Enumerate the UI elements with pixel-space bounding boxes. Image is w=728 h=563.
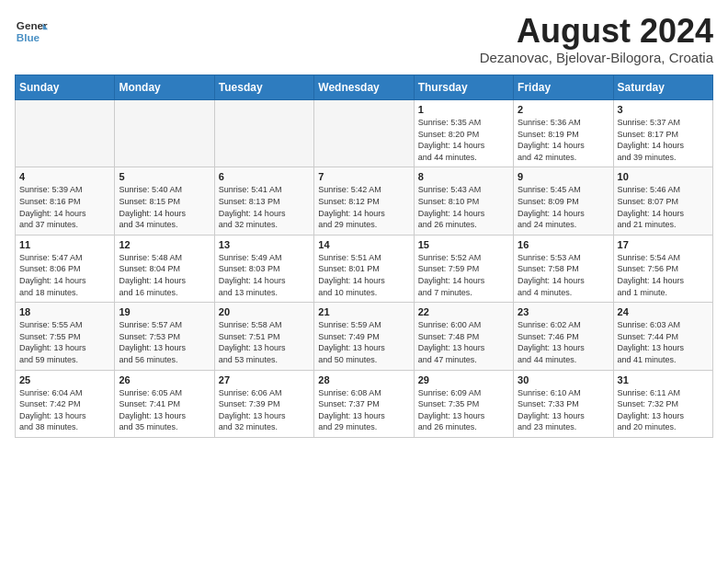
day-info: Sunrise: 6:04 AM Sunset: 7:42 PM Dayligh… (19, 387, 110, 433)
day-info: Sunrise: 6:10 AM Sunset: 7:33 PM Dayligh… (518, 387, 609, 433)
day-cell: 13Sunrise: 5:49 AM Sunset: 8:03 PM Dayli… (214, 235, 313, 302)
logo: General Blue (15, 15, 48, 48)
day-info: Sunrise: 5:59 AM Sunset: 7:49 PM Dayligh… (318, 319, 409, 365)
day-cell: 17Sunrise: 5:54 AM Sunset: 7:56 PM Dayli… (613, 235, 712, 302)
day-number: 22 (418, 306, 509, 317)
day-info: Sunrise: 6:09 AM Sunset: 7:35 PM Dayligh… (418, 387, 509, 433)
day-info: Sunrise: 5:49 AM Sunset: 8:03 PM Dayligh… (219, 252, 310, 298)
day-number: 15 (418, 239, 509, 250)
day-cell: 5Sunrise: 5:40 AM Sunset: 8:15 PM Daylig… (115, 167, 214, 235)
day-cell (214, 100, 313, 167)
day-cell: 14Sunrise: 5:51 AM Sunset: 8:01 PM Dayli… (314, 235, 414, 302)
day-cell: 23Sunrise: 6:02 AM Sunset: 7:46 PM Dayli… (514, 303, 613, 370)
day-cell: 9Sunrise: 5:45 AM Sunset: 8:09 PM Daylig… (514, 167, 613, 235)
day-number: 26 (119, 374, 210, 385)
day-cell: 4Sunrise: 5:39 AM Sunset: 8:16 PM Daylig… (16, 167, 115, 235)
day-number: 20 (219, 306, 310, 317)
day-info: Sunrise: 5:46 AM Sunset: 8:07 PM Dayligh… (618, 184, 709, 230)
day-number: 5 (119, 171, 210, 182)
week-row-4: 18Sunrise: 5:55 AM Sunset: 7:55 PM Dayli… (16, 303, 713, 370)
day-number: 21 (318, 306, 409, 317)
calendar: SundayMondayTuesdayWednesdayThursdayFrid… (15, 75, 713, 438)
day-number: 19 (119, 306, 210, 317)
day-number: 4 (19, 171, 110, 182)
day-info: Sunrise: 5:35 AM Sunset: 8:20 PM Dayligh… (418, 117, 509, 163)
day-cell: 2Sunrise: 5:36 AM Sunset: 8:19 PM Daylig… (514, 100, 613, 167)
day-number: 10 (618, 171, 709, 182)
day-number: 8 (418, 171, 509, 182)
day-number: 18 (19, 306, 110, 317)
day-cell: 11Sunrise: 5:47 AM Sunset: 8:06 PM Dayli… (16, 235, 115, 302)
day-info: Sunrise: 5:47 AM Sunset: 8:06 PM Dayligh… (19, 252, 110, 298)
day-info: Sunrise: 6:11 AM Sunset: 7:32 PM Dayligh… (618, 387, 709, 433)
day-cell: 30Sunrise: 6:10 AM Sunset: 7:33 PM Dayli… (514, 370, 613, 437)
day-info: Sunrise: 5:57 AM Sunset: 7:53 PM Dayligh… (119, 319, 210, 365)
day-cell: 31Sunrise: 6:11 AM Sunset: 7:32 PM Dayli… (613, 370, 712, 437)
day-cell: 26Sunrise: 6:05 AM Sunset: 7:41 PM Dayli… (115, 370, 214, 437)
weekday-header-monday: Monday (115, 75, 214, 100)
week-row-5: 25Sunrise: 6:04 AM Sunset: 7:42 PM Dayli… (16, 370, 713, 437)
day-number: 17 (618, 239, 709, 250)
day-cell: 10Sunrise: 5:46 AM Sunset: 8:07 PM Dayli… (613, 167, 712, 235)
day-number: 2 (518, 104, 609, 115)
day-number: 23 (518, 306, 609, 317)
day-info: Sunrise: 6:06 AM Sunset: 7:39 PM Dayligh… (219, 387, 310, 433)
day-info: Sunrise: 5:37 AM Sunset: 8:17 PM Dayligh… (618, 117, 709, 163)
week-row-2: 4Sunrise: 5:39 AM Sunset: 8:16 PM Daylig… (16, 167, 713, 235)
day-info: Sunrise: 5:36 AM Sunset: 8:19 PM Dayligh… (518, 117, 609, 163)
day-number: 6 (219, 171, 310, 182)
day-number: 29 (418, 374, 509, 385)
weekday-header-sunday: Sunday (16, 75, 115, 100)
day-number: 31 (618, 374, 709, 385)
day-info: Sunrise: 5:53 AM Sunset: 7:58 PM Dayligh… (518, 252, 609, 298)
day-info: Sunrise: 6:00 AM Sunset: 7:48 PM Dayligh… (418, 319, 509, 365)
day-number: 1 (418, 104, 509, 115)
day-info: Sunrise: 6:05 AM Sunset: 7:41 PM Dayligh… (119, 387, 210, 433)
day-number: 27 (219, 374, 310, 385)
day-number: 13 (219, 239, 310, 250)
day-cell: 25Sunrise: 6:04 AM Sunset: 7:42 PM Dayli… (16, 370, 115, 437)
day-cell: 22Sunrise: 6:00 AM Sunset: 7:48 PM Dayli… (414, 303, 513, 370)
day-number: 12 (119, 239, 210, 250)
day-number: 28 (318, 374, 409, 385)
day-cell: 8Sunrise: 5:43 AM Sunset: 8:10 PM Daylig… (414, 167, 513, 235)
day-number: 14 (318, 239, 409, 250)
day-number: 16 (518, 239, 609, 250)
day-info: Sunrise: 5:45 AM Sunset: 8:09 PM Dayligh… (518, 184, 609, 230)
day-number: 25 (19, 374, 110, 385)
svg-text:Blue: Blue (17, 31, 40, 43)
day-cell: 16Sunrise: 5:53 AM Sunset: 7:58 PM Dayli… (514, 235, 613, 302)
day-info: Sunrise: 5:58 AM Sunset: 7:51 PM Dayligh… (219, 319, 310, 365)
month-title: August 2024 (480, 15, 713, 48)
day-number: 9 (518, 171, 609, 182)
day-cell: 27Sunrise: 6:06 AM Sunset: 7:39 PM Dayli… (214, 370, 313, 437)
day-info: Sunrise: 6:02 AM Sunset: 7:46 PM Dayligh… (518, 319, 609, 365)
day-cell: 20Sunrise: 5:58 AM Sunset: 7:51 PM Dayli… (214, 303, 313, 370)
day-cell: 12Sunrise: 5:48 AM Sunset: 8:04 PM Dayli… (115, 235, 214, 302)
day-info: Sunrise: 5:40 AM Sunset: 8:15 PM Dayligh… (119, 184, 210, 230)
week-row-1: 1Sunrise: 5:35 AM Sunset: 8:20 PM Daylig… (16, 100, 713, 167)
day-info: Sunrise: 5:51 AM Sunset: 8:01 PM Dayligh… (318, 252, 409, 298)
weekday-header-wednesday: Wednesday (314, 75, 414, 100)
day-info: Sunrise: 5:43 AM Sunset: 8:10 PM Dayligh… (418, 184, 509, 230)
day-info: Sunrise: 5:52 AM Sunset: 7:59 PM Dayligh… (418, 252, 509, 298)
week-row-3: 11Sunrise: 5:47 AM Sunset: 8:06 PM Dayli… (16, 235, 713, 302)
weekday-header-friday: Friday (514, 75, 613, 100)
day-info: Sunrise: 6:08 AM Sunset: 7:37 PM Dayligh… (318, 387, 409, 433)
day-number: 24 (618, 306, 709, 317)
day-number: 3 (618, 104, 709, 115)
weekday-header-thursday: Thursday (414, 75, 513, 100)
day-cell: 7Sunrise: 5:42 AM Sunset: 8:12 PM Daylig… (314, 167, 414, 235)
title-area: August 2024 Dezanovac, Bjelovar-Bilogora… (480, 15, 713, 65)
day-info: Sunrise: 5:41 AM Sunset: 8:13 PM Dayligh… (219, 184, 310, 230)
day-cell: 3Sunrise: 5:37 AM Sunset: 8:17 PM Daylig… (613, 100, 712, 167)
day-cell: 18Sunrise: 5:55 AM Sunset: 7:55 PM Dayli… (16, 303, 115, 370)
day-cell: 1Sunrise: 5:35 AM Sunset: 8:20 PM Daylig… (414, 100, 513, 167)
day-info: Sunrise: 5:42 AM Sunset: 8:12 PM Dayligh… (318, 184, 409, 230)
day-cell: 19Sunrise: 5:57 AM Sunset: 7:53 PM Dayli… (115, 303, 214, 370)
day-cell: 29Sunrise: 6:09 AM Sunset: 7:35 PM Dayli… (414, 370, 513, 437)
day-number: 7 (318, 171, 409, 182)
header: General Blue August 2024 Dezanovac, Bjel… (15, 15, 713, 65)
day-info: Sunrise: 5:55 AM Sunset: 7:55 PM Dayligh… (19, 319, 110, 365)
day-cell: 24Sunrise: 6:03 AM Sunset: 7:44 PM Dayli… (613, 303, 712, 370)
